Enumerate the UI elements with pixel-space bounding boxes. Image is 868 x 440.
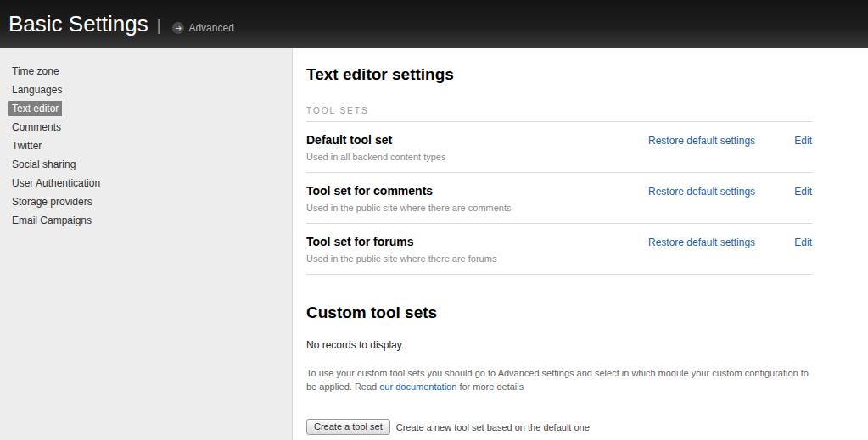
header-separator: | — [157, 17, 161, 35]
toolset-actions: Restore default settings Edit — [648, 184, 812, 198]
toolset-name: Tool set for forums — [306, 235, 648, 248]
toolset-info: Tool set for forums Used in the public s… — [306, 235, 648, 264]
sidebar-item-comments[interactable]: Comments — [8, 120, 64, 135]
sidebar-item-twitter[interactable]: Twitter — [8, 138, 45, 153]
page: Basic Settings | ➔ Advanced Time zone La… — [0, 0, 868, 440]
advanced-link[interactable]: ➔ Advanced — [172, 22, 233, 34]
info-text-post: for more details — [456, 382, 524, 392]
toolset-description: Used in all backend content types — [306, 152, 648, 162]
toolset-info: Tool set for comments Used in the public… — [306, 184, 648, 213]
body: Time zone Languages Text editor Comments… — [0, 48, 868, 440]
sidebar-item-time-zone[interactable]: Time zone — [8, 64, 63, 79]
no-records-text: No records to display. — [306, 339, 812, 351]
sidebar-item-text-editor[interactable]: Text editor — [8, 101, 62, 116]
restore-default-settings-link[interactable]: Restore default settings — [648, 135, 755, 147]
custom-tool-sets-title: Custom tool sets — [306, 304, 812, 322]
edit-link[interactable]: Edit — [794, 135, 812, 147]
edit-link[interactable]: Edit — [794, 186, 812, 198]
header: Basic Settings | ➔ Advanced — [0, 0, 868, 48]
toolset-name: Default tool set — [306, 133, 648, 147]
sidebar-item-email-campaigns[interactable]: Email Campaigns — [8, 213, 95, 228]
advanced-arrow-icon: ➔ — [172, 22, 184, 34]
create-tool-set-line: Create a tool set Create a new tool set … — [306, 419, 812, 435]
advanced-label: Advanced — [188, 22, 233, 34]
custom-tool-sets-section: Custom tool sets No records to display. … — [306, 304, 812, 440]
create-tool-set-hint: Create a new tool set based on the defau… — [396, 422, 590, 432]
our-documentation-link[interactable]: our documentation — [379, 382, 456, 392]
toolset-row-comments: Tool set for comments Used in the public… — [306, 173, 812, 224]
sidebar-item-languages[interactable]: Languages — [8, 82, 65, 97]
toolset-description: Used in the public site where there are … — [306, 253, 648, 264]
page-title: Basic Settings — [8, 11, 148, 37]
tool-sets-group-label: TOOL SETS — [306, 106, 812, 122]
sidebar-item-social-sharing[interactable]: Social sharing — [8, 157, 79, 172]
toolset-info: Default tool set Used in all backend con… — [306, 133, 648, 162]
toolset-description: Used in the public site where there are … — [306, 203, 648, 213]
toolset-actions: Restore default settings Edit — [648, 235, 812, 248]
sidebar-item-user-authentication[interactable]: User Authentication — [8, 175, 104, 191]
text-editor-settings-title: Text editor settings — [306, 65, 812, 84]
main-content: Text editor settings TOOL SETS Default t… — [293, 48, 868, 440]
custom-info-text: To use your custom tool sets you should … — [306, 366, 812, 393]
sidebar-item-storage-providers[interactable]: Storage providers — [8, 194, 96, 209]
restore-default-settings-link[interactable]: Restore default settings — [648, 237, 755, 248]
toolset-name: Tool set for comments — [306, 184, 648, 198]
toolset-row-default: Default tool set Used in all backend con… — [306, 122, 812, 173]
create-tool-set-button[interactable]: Create a tool set — [306, 419, 390, 435]
toolset-actions: Restore default settings Edit — [648, 133, 812, 147]
edit-link[interactable]: Edit — [794, 237, 812, 248]
restore-default-settings-link[interactable]: Restore default settings — [648, 186, 755, 198]
sidebar: Time zone Languages Text editor Comments… — [0, 48, 293, 440]
toolset-row-forums: Tool set for forums Used in the public s… — [306, 224, 812, 275]
